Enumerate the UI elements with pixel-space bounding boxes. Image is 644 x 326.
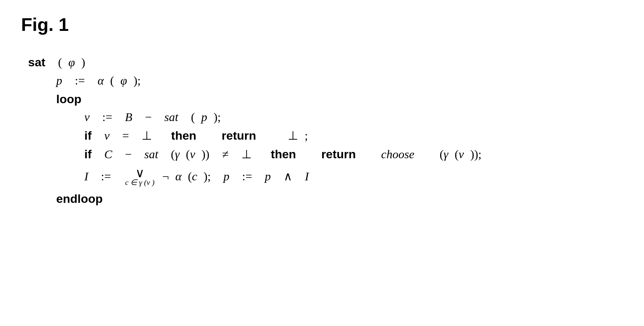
keyword-if-1: if — [84, 129, 92, 141]
gamma-1: γ — [175, 148, 180, 160]
line-sat: sat ( φ ) — [28, 56, 623, 68]
sat-3: sat — [144, 148, 158, 160]
subscript-text: c ∈ γ (v ) — [125, 179, 155, 186]
var-p: p — [56, 75, 62, 87]
close-paren-1: ) — [81, 56, 85, 68]
bot-3: ⊥ — [241, 148, 252, 160]
bigvee-symbol: ∨ — [135, 167, 144, 179]
var-C: C — [104, 148, 112, 160]
line-I-assign: I := ∨ c ∈ γ (v ) ¬ α ( c ); p := p ∧ — [84, 167, 623, 186]
line-v-assign: v := B − sat ( p ); — [84, 111, 623, 123]
semicolon-1: ; — [305, 130, 308, 142]
line-if-c-sat: if C − sat ( γ ( v )) ≠ ⊥ then return ch… — [84, 148, 623, 160]
alpha-2: α — [175, 171, 182, 182]
open-paren-4: ( — [171, 148, 175, 160]
keyword-if-2: if — [84, 148, 92, 160]
var-v4: v — [458, 148, 464, 160]
line-endloop: endloop — [56, 193, 623, 205]
keyword-sat: sat — [28, 56, 45, 68]
close-parens-1: )) — [202, 148, 210, 160]
close-paren-2: ); — [134, 75, 141, 87]
assign-1: := — [75, 75, 85, 87]
open-paren-2: ( — [110, 75, 114, 87]
minus-2: − — [125, 148, 131, 160]
bot-2: ⊥ — [288, 130, 298, 142]
close-paren-3: ); — [214, 111, 221, 123]
eq-1: = — [122, 130, 129, 142]
line-loop: loop — [56, 93, 623, 105]
keyword-then-2: then — [271, 148, 296, 160]
var-v2: v — [104, 130, 110, 142]
algorithm-block: sat ( φ ) p := α ( φ ); loop v — [28, 56, 623, 205]
var-v: v — [84, 111, 90, 123]
bigvee-subscript: ∨ c ∈ γ (v ) — [125, 167, 155, 186]
var-c: c — [192, 171, 197, 182]
sat-2: sat — [164, 111, 178, 123]
minus-1: − — [145, 111, 152, 123]
var-p4: p — [265, 171, 271, 182]
open-paren-8: ( — [188, 171, 192, 182]
phi-2: φ — [121, 75, 127, 87]
neq-symbol: ≠ — [222, 148, 229, 160]
keyword-return-2: return — [321, 148, 356, 160]
var-p2: p — [201, 111, 207, 123]
var-I2: I — [305, 171, 309, 182]
open-paren-5: ( — [186, 148, 190, 160]
var-p3: p — [223, 171, 229, 182]
keyword-return-1: return — [222, 129, 256, 141]
close-parens-2: )); — [470, 148, 481, 160]
neg-symbol: ¬ — [162, 171, 169, 182]
choose-word: choose — [381, 148, 414, 160]
var-B: B — [125, 111, 132, 123]
line-if-v-bot: if v = ⊥ then return ⊥ ; — [84, 129, 623, 142]
page-title: Fig. 1 — [21, 14, 623, 35]
open-paren-1: ( — [58, 56, 62, 68]
var-I: I — [84, 171, 88, 182]
keyword-loop: loop — [56, 93, 82, 105]
close-paren-8: ); — [203, 171, 211, 182]
open-paren-7: ( — [455, 148, 458, 160]
alpha-1: α — [98, 75, 104, 87]
gamma-2: γ — [444, 148, 448, 160]
open-paren-6: ( — [440, 148, 443, 160]
assign-4: := — [242, 171, 252, 182]
line-p-assign: p := α ( φ ); — [56, 75, 623, 87]
phi-symbol: φ — [68, 56, 75, 68]
bot-1: ⊥ — [142, 130, 152, 142]
assign-3: := — [101, 171, 111, 182]
keyword-endloop: endloop — [56, 193, 103, 205]
assign-2: := — [102, 111, 112, 123]
and-symbol: ∧ — [284, 171, 292, 182]
keyword-then-1: then — [171, 129, 196, 141]
var-v3: v — [190, 148, 195, 160]
page-container: Fig. 1 sat ( φ ) p := α ( φ ); — [21, 14, 623, 205]
open-paren-3: ( — [191, 111, 195, 123]
